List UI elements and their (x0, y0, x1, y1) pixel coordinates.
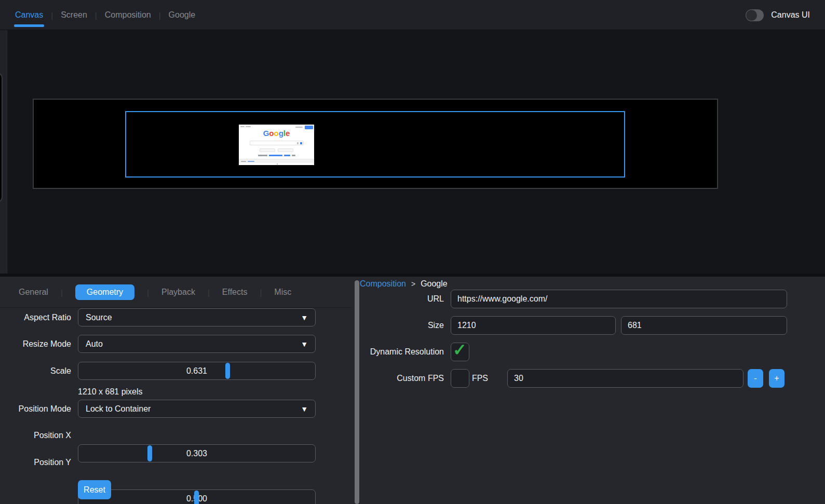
mini-signin-button (305, 126, 313, 129)
position-x-value: 0.303 (78, 445, 315, 462)
position-mode-dropdown[interactable]: Lock to Container ▼ (78, 400, 316, 418)
resize-mode-value: Auto (86, 339, 301, 349)
mini-footer-dot (277, 164, 278, 165)
position-mode-label: Position Mode (0, 400, 71, 418)
mini-link-seg (269, 155, 282, 156)
mini-browser-menu (246, 126, 251, 127)
aspect-ratio-value: Source (86, 313, 301, 322)
fps-increment-button[interactable]: + (769, 369, 785, 388)
tab-google-label: Google (169, 10, 196, 20)
tab-separator: | (159, 11, 161, 20)
mini-browser-menu (240, 126, 245, 127)
fps-label: FPS (402, 369, 488, 388)
mini-search-buttons (239, 148, 314, 152)
toggle-knob-icon (746, 10, 757, 21)
tab-screen[interactable]: Screen (60, 0, 88, 30)
mini-search-button (260, 148, 275, 152)
mini-header-link (295, 127, 303, 128)
scale-slider[interactable]: 0.631 (78, 362, 316, 380)
tab-effects[interactable]: Effects (222, 288, 248, 297)
mini-link-seg (292, 155, 295, 156)
position-y-slider[interactable]: 0.500 (78, 489, 316, 504)
position-x-slider[interactable]: 0.303 (78, 444, 316, 462)
app-window: Canvas | Screen | Composition | Google C… (0, 0, 825, 504)
google-source-thumbnail[interactable]: Google (239, 125, 314, 165)
mini-search-box (250, 141, 304, 145)
tab-separator: | (260, 288, 262, 297)
size-label: Size (358, 316, 444, 335)
mini-link-seg (258, 155, 267, 156)
composition-selection-rect[interactable] (125, 111, 625, 178)
fps-decrement-button[interactable]: - (748, 369, 763, 388)
tab-misc[interactable]: Misc (274, 288, 291, 297)
position-y-label: Position Y (0, 453, 71, 471)
canvas-left-strip (0, 30, 7, 274)
checkmark-icon: ✓ (453, 340, 467, 360)
tab-separator: | (51, 11, 53, 20)
panel-scrollbar[interactable] (355, 280, 359, 504)
scale-value: 0.631 (78, 362, 315, 379)
size-height-input[interactable] (621, 316, 787, 335)
fps-input[interactable] (507, 369, 743, 388)
position-x-slider-handle[interactable] (147, 445, 152, 461)
tab-bar-divider (0, 307, 351, 308)
scale-slider-handle[interactable] (225, 363, 230, 379)
breadcrumb-separator: > (411, 280, 415, 288)
tab-separator: | (61, 288, 63, 297)
url-label: URL (358, 290, 444, 308)
canvas-ui-toggle[interactable] (746, 9, 764, 21)
mini-footer-link (241, 161, 246, 162)
mini-link-seg (284, 155, 290, 156)
tab-composition-label: Composition (105, 10, 151, 20)
offscreen-canvas-item[interactable] (0, 73, 3, 202)
reset-button[interactable]: Reset (78, 480, 111, 499)
geometry-tab-bar: General | Geometry | Playback | Effects … (19, 283, 291, 301)
tab-screen-label: Screen (61, 10, 87, 20)
position-x-label: Position X (0, 426, 71, 444)
tab-separator: | (147, 288, 149, 297)
aspect-ratio-dropdown[interactable]: Source ▼ (78, 308, 316, 326)
breadcrumb-current: Google (421, 279, 448, 289)
tab-general[interactable]: General (19, 288, 48, 297)
pixel-dimensions-text: 1210 x 681 pixels (78, 387, 143, 397)
dynamic-resolution-label: Dynamic Resolution (358, 343, 444, 361)
canvas-ui-toggle-label: Canvas UI (771, 10, 810, 20)
top-bar: Canvas | Screen | Composition | Google C… (0, 0, 825, 30)
breadcrumb: Composition > Google (360, 277, 448, 291)
dynamic-resolution-checkbox[interactable]: ✓ (451, 343, 469, 361)
aspect-ratio-label: Aspect Ratio (0, 308, 71, 326)
chevron-down-icon: ▼ (301, 314, 308, 322)
scale-label: Scale (0, 362, 71, 380)
tab-composition[interactable]: Composition (104, 0, 152, 30)
bottom-panels: General | Geometry | Playback | Effects … (0, 277, 825, 504)
breadcrumb-composition-link[interactable]: Composition (360, 279, 406, 289)
mini-footer-link (248, 161, 254, 162)
size-width-input[interactable] (451, 316, 616, 335)
tab-playback[interactable]: Playback (161, 288, 195, 297)
mini-google-logo: Google (239, 129, 314, 138)
canvas-ui-toggle-group: Canvas UI (746, 0, 810, 30)
tab-geometry[interactable]: Geometry (75, 284, 134, 300)
chevron-down-icon: ▼ (301, 405, 308, 413)
active-tab-underline (14, 24, 44, 27)
mini-mic-icon (297, 142, 299, 144)
canvas-viewport[interactable]: Google (0, 30, 825, 274)
tab-google[interactable]: Google (168, 0, 197, 30)
mini-search-icon (300, 142, 302, 144)
tab-canvas[interactable]: Canvas (14, 0, 44, 30)
position-y-slider-handle[interactable] (194, 491, 199, 504)
resize-mode-dropdown[interactable]: Auto ▼ (78, 335, 316, 353)
tab-separator: | (95, 11, 97, 20)
resize-mode-label: Resize Mode (0, 335, 71, 353)
chevron-down-icon: ▼ (301, 340, 308, 348)
top-tab-bar: Canvas | Screen | Composition | Google (14, 0, 196, 30)
mini-language-links (239, 155, 314, 156)
tab-canvas-label: Canvas (15, 10, 43, 20)
mini-lucky-button (278, 148, 293, 152)
left-strip-divider (7, 30, 7, 274)
mini-footer (239, 159, 314, 163)
position-mode-value: Lock to Container (86, 404, 301, 414)
url-input[interactable] (451, 290, 787, 308)
tab-separator: | (208, 288, 210, 297)
